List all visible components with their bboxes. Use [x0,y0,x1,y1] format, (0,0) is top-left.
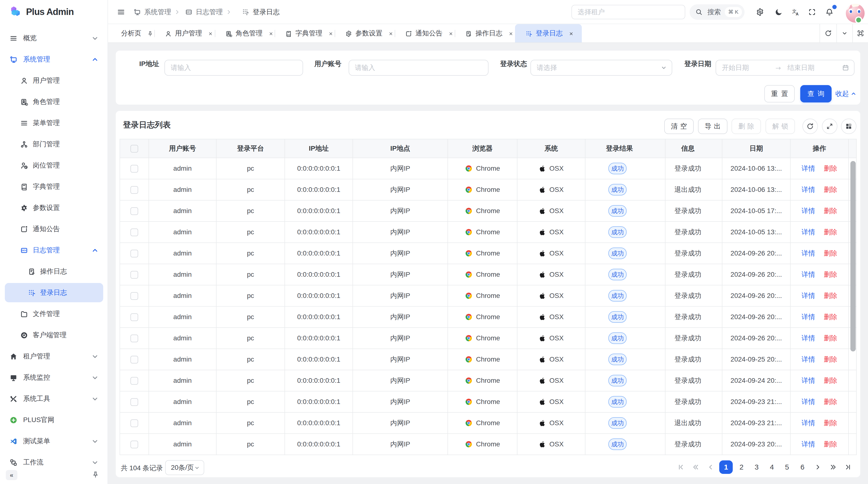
svg-text:A: A [796,12,799,16]
svg-text:DEV: DEV [187,11,191,13]
svg-text:DEV: DEV [22,249,27,252]
